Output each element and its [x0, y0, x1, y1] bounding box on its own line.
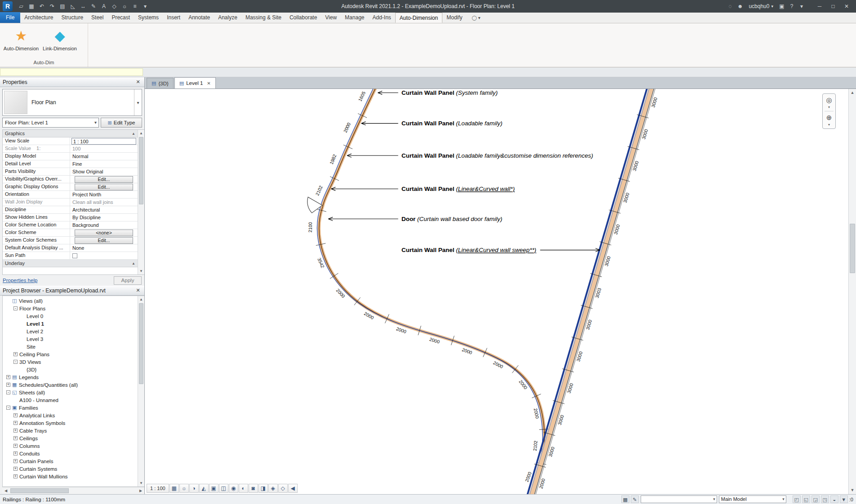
ribbon-tab-manage[interactable]: Manage [341, 13, 368, 23]
show-analytical-model-icon[interactable]: ◈ [268, 484, 278, 493]
tag-icon[interactable]: ✎ [89, 1, 98, 11]
visual-style-icon[interactable]: ▦ [169, 484, 179, 493]
browser-item-families[interactable]: -▣Families [3, 404, 138, 411]
scrollbar-thumb[interactable] [139, 303, 143, 384]
edit-type-button[interactable]: ⊞ Edit Type [101, 118, 142, 128]
ribbon-tab-file[interactable]: File [0, 12, 20, 23]
browser-item-curtain-systems[interactable]: +Curtain Systems [3, 465, 138, 473]
aligned-dimension-icon[interactable]: ↔ [78, 1, 88, 11]
browser-item-3d[interactable]: {3D} [3, 366, 138, 373]
ribbon-cycle-button[interactable]: ◯ ▾ [469, 13, 483, 23]
browser-item-analytical-links[interactable]: +Analytical Links [3, 411, 138, 419]
ribbon-tab-modify[interactable]: Modify [442, 13, 466, 23]
search-help-icon[interactable]: ◌ [725, 1, 735, 11]
expand-plus-icon[interactable]: + [13, 429, 18, 433]
unlocked-view-icon[interactable]: ◉ [229, 484, 238, 493]
section-underlay[interactable]: Underlay▲ [3, 260, 138, 267]
browser-item-3d-views[interactable]: -3D Views [3, 358, 138, 366]
browser-item-columns[interactable]: +Columns [3, 442, 138, 450]
text-icon[interactable]: A [99, 1, 109, 11]
worksets-icon[interactable]: ▩ [621, 495, 629, 503]
app-store-icon[interactable]: ▣ [777, 1, 787, 11]
canvas-scrollbar[interactable]: ▲ ▼ [848, 89, 856, 494]
browser-item-views-all[interactable]: ◫Views (all) [3, 297, 138, 305]
show-crop-region-icon[interactable]: ◫ [219, 484, 228, 493]
expand-plus-icon[interactable]: + [13, 421, 18, 425]
right-curtain-wall[interactable] [527, 89, 656, 494]
browser-item-level-2[interactable]: Level 2 [3, 327, 138, 335]
default-3d-view-icon[interactable]: ◇ [109, 1, 119, 11]
instance-selector[interactable]: Floor Plan: Level 1 [2, 118, 99, 128]
property-button-visibility-graphics-overr[interactable]: Edit... [75, 176, 133, 183]
view-scale-button[interactable]: 1 : 100 [147, 484, 169, 493]
scroll-right-icon[interactable]: ▶ [137, 487, 144, 495]
browser-item-curtain-panels[interactable]: +Curtain Panels [3, 457, 138, 465]
shadows-icon[interactable]: ◑ [189, 484, 199, 493]
scroll-up-icon[interactable]: ▲ [138, 296, 144, 303]
scrollbar-thumb[interactable] [850, 224, 855, 273]
ribbon-tab-precast[interactable]: Precast [107, 13, 134, 23]
scroll-down-icon[interactable]: ▼ [849, 486, 856, 494]
ribbon-tab-add-ins[interactable]: Add-Ins [368, 13, 395, 23]
collapse-minus-icon[interactable]: - [6, 390, 10, 394]
collapse-section-icon[interactable]: ▲ [132, 261, 135, 265]
editable-only-icon[interactable]: ✎ [631, 495, 639, 503]
expand-plus-icon[interactable]: + [6, 375, 10, 379]
scroll-left-icon[interactable]: ◀ [2, 487, 9, 495]
select-links-icon[interactable]: ◰ [793, 495, 801, 503]
collapse-minus-icon[interactable]: - [13, 306, 18, 310]
sun-path-icon[interactable]: ☼ [179, 484, 189, 493]
drag-on-selection-icon[interactable]: ◒ [830, 495, 838, 503]
ribbon-tab-view[interactable]: View [321, 13, 341, 23]
ribbon-tab-collaborate[interactable]: Collaborate [285, 13, 321, 23]
ribbon-tab-analyze[interactable]: Analyze [214, 13, 241, 23]
expand-plus-icon[interactable]: + [13, 459, 18, 463]
ribbon-tab-auto-dimension[interactable]: Auto-Dimension [395, 13, 442, 23]
print-icon[interactable]: ▤ [58, 1, 67, 11]
properties-help-link[interactable]: Properties help [3, 278, 37, 283]
scroll-up-icon[interactable]: ▲ [849, 89, 856, 97]
properties-scrollbar[interactable]: ▲ ▼ [138, 130, 144, 274]
temporary-hide-isolate-icon[interactable]: ◐ [239, 484, 248, 493]
left-curtain-wall[interactable] [317, 89, 544, 494]
thin-lines-icon[interactable]: ≡ [130, 1, 140, 11]
browser-item-a100-unnamed[interactable]: A100 - Unnamed [3, 396, 138, 404]
crop-view-icon[interactable]: ▣ [209, 484, 218, 493]
browser-item-curtain-wall-mullions[interactable]: +Curtain Wall Mullions [3, 473, 138, 480]
zoom-icon[interactable]: ⊕ [824, 112, 834, 123]
browser-item-level-3[interactable]: Level 3 [3, 335, 138, 343]
scroll-down-icon[interactable]: ▼ [138, 268, 144, 274]
save-icon[interactable]: ▦ [27, 1, 36, 11]
view-tab-3d[interactable]: ▤{3D} [147, 78, 174, 88]
property-button-system-color-schemes[interactable]: Edit... [75, 237, 133, 244]
apply-button[interactable]: Apply [114, 276, 142, 285]
floor-plan-view[interactable]: 1605200019822102210035422000200020002000… [145, 89, 848, 494]
ribbon-tab-annotate[interactable]: Annotate [184, 13, 214, 23]
ribbon-tab-architecture[interactable]: Architecture [20, 13, 57, 23]
browser-item-conduits[interactable]: +Conduits [3, 450, 138, 457]
browser-item-annotation-symbols[interactable]: +Annotation Symbols [3, 419, 138, 427]
displacement-icon[interactable]: ◇ [278, 484, 288, 493]
browser-item-site[interactable]: Site [3, 343, 138, 350]
browser-item-level-0[interactable]: Level 0 [3, 312, 138, 320]
expand-plus-icon[interactable]: + [13, 436, 18, 440]
browser-item-floor-plans[interactable]: -Floor Plans [3, 305, 138, 312]
chevron-down-icon[interactable]: ▾ [828, 123, 830, 128]
expand-plus-icon[interactable]: + [13, 444, 18, 448]
expand-plus-icon[interactable]: + [13, 451, 18, 455]
expand-plus-icon[interactable]: + [13, 467, 18, 471]
scroll-down-icon[interactable]: ▼ [138, 480, 144, 486]
open-icon[interactable]: ▱ [16, 1, 26, 11]
design-options-selector[interactable]: Main Model [719, 495, 786, 503]
help-icon[interactable]: ? [787, 1, 797, 11]
revit-application-menu[interactable]: R [3, 1, 13, 11]
ribbon-tab-systems[interactable]: Systems [134, 13, 163, 23]
select-by-face-icon[interactable]: ◳ [821, 495, 829, 503]
browser-horizontal-scrollbar[interactable]: ◀ ▶ [2, 487, 144, 494]
browser-item-cable-trays[interactable]: +Cable Trays [3, 427, 138, 434]
help-dropdown-icon[interactable]: ▾ [797, 1, 807, 11]
select-pinned-icon[interactable]: ◲ [811, 495, 820, 503]
sign-in-user-icon[interactable]: ☻ [735, 1, 745, 11]
property-button-graphic-display-options[interactable]: Edit... [75, 184, 133, 190]
browser-item-level-1[interactable]: Level 1 [3, 320, 138, 327]
